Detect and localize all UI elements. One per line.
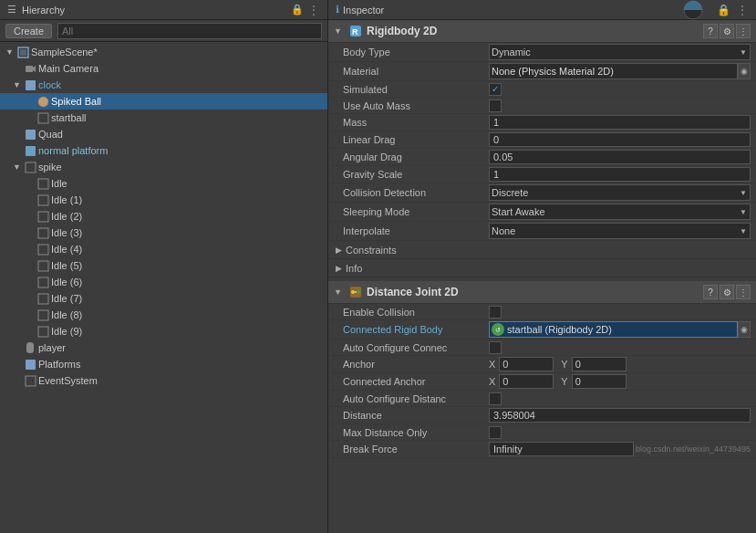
gravity-scale-input[interactable] (489, 167, 751, 182)
simulated-row: Simulated (328, 81, 756, 98)
list-item[interactable]: Idle (1) (0, 192, 327, 208)
camera-icon (24, 62, 36, 75)
svg-rect-4 (26, 80, 36, 90)
list-item[interactable]: Idle (3) (0, 225, 327, 241)
list-item[interactable]: EventSystem (0, 372, 327, 389)
item-label: Idle (9) (51, 326, 82, 337)
svg-point-30 (357, 290, 360, 294)
item-label: Idle (5) (51, 260, 82, 271)
sleeping-mode-label: Sleeping Mode (343, 206, 489, 217)
list-item[interactable]: ▼ spike (0, 159, 327, 175)
simulated-checkbox[interactable] (489, 83, 502, 96)
anchor-y-input[interactable] (572, 357, 627, 371)
list-item[interactable]: Quad (0, 126, 327, 142)
create-button[interactable]: Create (5, 24, 52, 38)
capsule-icon (24, 341, 36, 354)
inspector-title: Inspector (343, 5, 384, 16)
menu-icon[interactable]: ⋮ (736, 4, 749, 16)
empty-icon (24, 374, 36, 387)
info-foldout[interactable]: ▶ Info (328, 259, 756, 277)
rigidbody2d-menu-btn[interactable]: ⋮ (736, 24, 751, 38)
material-field[interactable]: None (Physics Material 2D) (489, 63, 738, 79)
list-item[interactable]: Main Camera (0, 60, 327, 77)
svg-rect-8 (26, 146, 36, 156)
list-item[interactable]: Idle (7) (0, 290, 327, 307)
distance-joint2d-settings-btn[interactable]: ⚙ (720, 285, 734, 299)
hierarchy-menu-icon[interactable]: ⋮ (307, 4, 320, 16)
empty-icon (36, 226, 49, 239)
connected-anchor-y-input[interactable] (572, 374, 627, 389)
mass-input[interactable] (489, 115, 751, 130)
collision-detection-dropdown[interactable]: Discrete (489, 184, 751, 201)
auto-configure-connected-checkbox[interactable] (489, 341, 502, 354)
list-item[interactable]: ▼ SampleScene* (0, 44, 327, 60)
item-label: startball (51, 112, 87, 123)
list-item[interactable]: normal platform (0, 142, 327, 159)
svg-rect-13 (38, 228, 48, 238)
tree-arrow-icon: ▼ (13, 162, 24, 172)
break-force-row: Break Force blog.csdn.net/weixin_4473949… (328, 441, 756, 458)
interpolate-label: Interpolate (343, 225, 489, 236)
distance-joint2d-menu-btn[interactable]: ⋮ (736, 285, 751, 299)
hierarchy-lock-icon[interactable]: 🔒 (291, 4, 304, 16)
svg-rect-10 (38, 179, 48, 189)
search-input[interactable] (57, 23, 322, 39)
list-item[interactable]: Idle (4) (0, 241, 327, 257)
list-item[interactable]: Idle (6) (0, 274, 327, 290)
simulated-label: Simulated (343, 84, 489, 95)
angular-drag-input[interactable] (489, 150, 751, 164)
interpolate-dropdown[interactable]: None (489, 223, 751, 239)
max-distance-only-checkbox[interactable] (489, 426, 502, 439)
enable-collision-checkbox[interactable] (489, 306, 502, 319)
sleeping-mode-dropdown[interactable]: Start Awake (489, 204, 751, 220)
list-item[interactable]: Idle (8) (0, 307, 327, 323)
constraints-label: Constraints (346, 245, 397, 256)
material-row: Material None (Physics Material 2D) ◉ (328, 62, 756, 81)
use-auto-mass-checkbox[interactable] (489, 99, 502, 112)
collision-detection-row: Collision Detection Discrete ▼ (328, 183, 756, 203)
connected-rigid-body-pick-btn[interactable]: ◉ (738, 321, 751, 338)
component-buttons: ? ⚙ ⋮ (703, 24, 751, 38)
connected-anchor-x-input[interactable] (499, 374, 554, 389)
connected-anchor-y-label: Y (561, 376, 567, 387)
list-item[interactable]: Platforms (0, 356, 327, 372)
cpu-graphic (675, 0, 711, 20)
material-pick-btn[interactable]: ◉ (738, 63, 751, 79)
svg-rect-7 (26, 130, 36, 140)
connected-rigid-body-field[interactable]: ↺ startball (Rigidbody 2D) (489, 321, 738, 338)
interpolate-value: None ▼ (489, 223, 751, 239)
anchor-x-input[interactable] (499, 357, 554, 371)
rigidbody2d-book-btn[interactable]: ? (703, 24, 718, 38)
hierarchy-title: Hierarchy (22, 5, 65, 16)
body-type-dropdown[interactable]: Dynamic (489, 44, 751, 60)
svg-rect-23 (26, 360, 36, 370)
item-label: clock (38, 79, 61, 90)
inspector-header: ℹ Inspector 🔒 ⋮ (328, 0, 756, 20)
rigidbody2d-icon: R (348, 24, 363, 38)
list-item[interactable]: Idle (2) (0, 208, 327, 225)
lock-icon[interactable]: 🔒 (717, 4, 730, 16)
cube-icon (24, 358, 36, 371)
tree-arrow-icon: ▼ (5, 47, 16, 57)
list-item[interactable]: Spiked Ball (0, 93, 327, 110)
list-item[interactable]: Idle (0, 175, 327, 192)
distance-joint2d-book-btn[interactable]: ? (703, 285, 718, 299)
svg-rect-9 (26, 162, 36, 172)
list-item[interactable]: player (0, 340, 327, 356)
item-label: player (38, 342, 66, 353)
distance-joint2d-header[interactable]: ▼ Distance Joint 2D ? ⚙ ⋮ (328, 281, 756, 304)
rigidbody2d-header[interactable]: ▼ R Rigidbody 2D ? ⚙ ⋮ (328, 20, 756, 43)
list-item[interactable]: startball (0, 110, 327, 126)
list-item[interactable]: ▼ clock (0, 77, 327, 93)
constraints-foldout[interactable]: ▶ Constraints (328, 241, 756, 259)
linear-drag-input[interactable] (489, 132, 751, 147)
list-item[interactable]: Idle (5) (0, 257, 327, 274)
interpolate-dropdown-wrapper: None ▼ (489, 223, 751, 239)
auto-configure-connected-row: Auto Configure Connec (328, 340, 756, 356)
rigidbody2d-settings-btn[interactable]: ⚙ (720, 24, 734, 38)
distance-input[interactable] (489, 408, 751, 423)
break-force-input[interactable] (489, 442, 634, 456)
auto-configure-distance-checkbox[interactable] (489, 392, 502, 405)
item-label: Spiked Ball (51, 96, 101, 107)
list-item[interactable]: Idle (9) (0, 323, 327, 340)
